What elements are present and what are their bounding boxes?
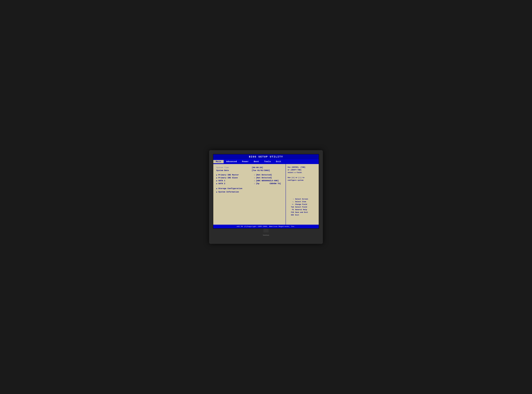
sata1-label: SATA 1: [218, 180, 254, 182]
keybind-plusminus: +- Change Field: [288, 203, 317, 205]
menu-bar: Main Advanced Power Boot Tools Exit: [213, 159, 319, 164]
key-tab: Tab: [288, 206, 294, 208]
monitor-brand: ViewSonic: [263, 234, 269, 236]
menu-item-advanced[interactable]: Advanced: [224, 160, 239, 163]
help-line-5: configure system: [288, 179, 317, 182]
key-esc: ESC: [288, 214, 294, 216]
arrow-icon-sata1: ►: [216, 180, 217, 182]
primary-ide-master-row[interactable]: ► Primary IDE Master : [Not Detected]: [216, 174, 282, 176]
help-line-4: Use [+] or [-] to: [288, 176, 317, 179]
system-date-value[interactable]: [Tue 01/01/2002]: [252, 170, 270, 172]
system-info-row[interactable]: ► System Information: [216, 191, 282, 193]
arrow-icon-ide-master: ►: [216, 174, 217, 176]
menu-item-exit[interactable]: Exit: [273, 160, 284, 163]
monitor-stand: [263, 229, 269, 233]
monitor-bezel: BIOS SETUP UTILITY Main Advanced Power B…: [209, 150, 323, 244]
arrow-icon-storage: ►: [216, 188, 217, 190]
arrow-icon-ide-slave: ►: [216, 177, 217, 179]
sata2-value: [hp CDDVDW TS]: [256, 183, 281, 185]
keybind-esc: ESC Exit: [288, 214, 317, 216]
sata1-value: [WDC WD5000AZLX-60K]: [256, 180, 279, 182]
system-time-row: System Time [00:00:28]: [216, 166, 282, 169]
key-f10: F10: [288, 211, 294, 213]
menu-item-boot[interactable]: Boot: [251, 160, 261, 163]
menu-item-main[interactable]: Main: [213, 160, 224, 163]
monitor-base: [258, 233, 274, 234]
help-text-block-1: Use [ENTER], [TAB] or [SHIFT-TAB] select…: [288, 166, 317, 174]
footer-text: v02.58 (C)Copyright 1985-2009, American …: [237, 226, 295, 228]
menu-item-tools[interactable]: Tools: [262, 160, 273, 163]
key-tab-desc: Select Field: [295, 206, 317, 208]
key-esc-desc: Exit: [295, 214, 317, 216]
keybind-f10: F10 Save and Exit: [288, 211, 317, 213]
arrow-icon-sysinfo: ►: [216, 191, 217, 193]
content-area: System Time [00:00:28] System Date [Tue …: [213, 164, 319, 225]
key-plusminus: +-: [288, 203, 294, 205]
help-panel: Use [ENTER], [TAB] or [SHIFT-TAB] select…: [286, 164, 319, 225]
primary-ide-master-value: [Not Detected]: [256, 174, 272, 176]
primary-ide-slave-row[interactable]: ► Primary IDE Slave : [Not Detected]: [216, 177, 282, 179]
system-date-label: System Date: [216, 170, 252, 172]
key-updown-desc: Select Item: [295, 201, 317, 203]
keybind-updown: ↑↓ Select Item: [288, 201, 317, 203]
system-info-label: System Information: [218, 191, 254, 193]
sata2-label: SATA 2: [218, 183, 254, 185]
arrow-icon-sata2: ►: [216, 183, 217, 185]
key-f1-desc: General Help: [295, 209, 317, 211]
help-line-3: select a field.: [288, 171, 317, 174]
keybind-tab: Tab Select Field: [288, 206, 317, 208]
sata1-row[interactable]: ► SATA 1 : [WDC WD5000AZLX-60K]: [216, 180, 282, 182]
bios-title-bar: BIOS SETUP UTILITY: [213, 154, 319, 159]
bios-title: BIOS SETUP UTILITY: [249, 155, 283, 158]
menu-item-power[interactable]: Power: [239, 160, 251, 163]
key-updown: ↑↓: [288, 201, 294, 203]
help-line-1: Use [ENTER], [TAB]: [288, 166, 317, 169]
help-line-2: or [SHIFT-TAB]: [288, 169, 317, 171]
key-f1: F1: [288, 209, 294, 211]
key-arrows-desc: Select Screen: [295, 198, 317, 200]
footer-bar: v02.58 (C)Copyright 1985-2009, American …: [213, 225, 319, 228]
system-date-row: System Date [Tue 01/01/2002]: [216, 170, 282, 172]
key-f10-desc: Save and Exit: [295, 211, 317, 213]
keybind-arrows: ↔ Select Screen: [288, 198, 317, 200]
key-arrows: ↔: [288, 198, 294, 200]
help-text-block-2: Use [+] or [-] to configure system: [288, 176, 317, 182]
system-time-label: System Time: [216, 166, 252, 169]
primary-ide-master-label: Primary IDE Master: [218, 174, 254, 176]
monitor-brand-container: ViewSonic: [213, 234, 319, 236]
storage-config-label: Storage Configuration: [218, 187, 254, 190]
main-panel: System Time [00:00:28] System Date [Tue …: [213, 164, 286, 225]
storage-config-row[interactable]: ► Storage Configuration: [216, 187, 282, 190]
sata2-row[interactable]: ► SATA 2 : [hp CDDVDW TS]: [216, 183, 282, 185]
primary-ide-slave-label: Primary IDE Slave: [218, 177, 254, 179]
primary-ide-slave-value: [Not Detected]: [256, 177, 272, 179]
keybind-f1: F1 General Help: [288, 209, 317, 211]
key-plusminus-desc: Change Field: [295, 203, 317, 205]
bios-screen: BIOS SETUP UTILITY Main Advanced Power B…: [213, 154, 319, 229]
system-time-value[interactable]: [00:00:28]: [252, 166, 263, 169]
